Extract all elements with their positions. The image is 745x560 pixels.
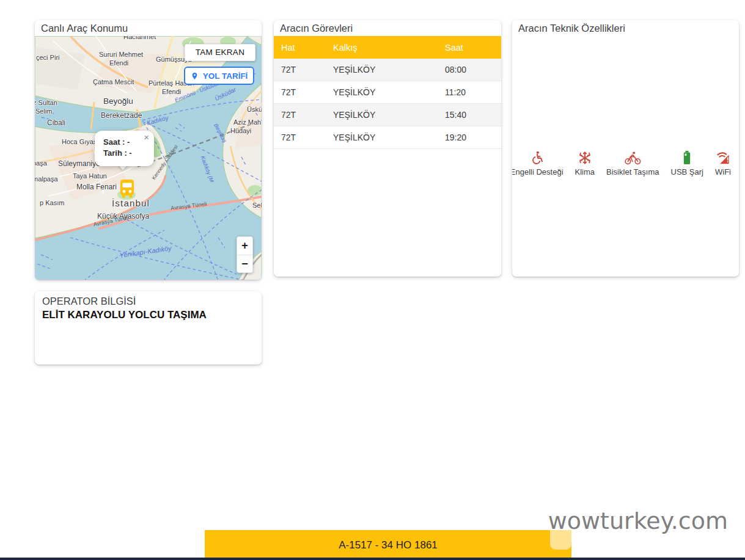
map-place-label: Beyoğlu — [103, 97, 133, 106]
spec-item-ac: Klima — [575, 150, 595, 176]
fullscreen-button[interactable]: TAM EKRAN — [185, 44, 255, 61]
cell-departure: YEŞİLKÖY — [326, 59, 438, 81]
map-zoom-controls: + − — [237, 236, 253, 273]
map-place-label: Selim — [35, 108, 53, 115]
table-row: 72T YEŞİLKÖY 08:00 — [274, 59, 501, 81]
vehicle-plate-bar: A-1517 - 34 HO 1861 — [205, 530, 571, 560]
technical-specs-panel: Aracın Teknik Özellikleri Engelli Desteğ… — [512, 20, 739, 277]
spec-item-bicycle: Bisiklet Taşıma — [606, 150, 659, 176]
directions-button[interactable]: YOL TARİFİ — [184, 67, 254, 85]
wheelchair-icon — [530, 150, 544, 165]
cell-time: 11:20 — [438, 81, 501, 104]
cell-line: 72T — [274, 104, 326, 126]
directions-button-label: YOL TARİFİ — [203, 71, 248, 81]
column-header-hat: Hat — [274, 36, 326, 59]
column-header-kalkis: Kalkış — [326, 36, 438, 59]
spec-label: USB Şarj — [671, 167, 703, 176]
bottom-navy-strip — [0, 558, 745, 560]
battery-icon — [683, 150, 691, 165]
cell-departure: YEŞİLKÖY — [326, 126, 438, 149]
spec-label: WiFi — [715, 167, 731, 176]
map-place-label: paşa — [35, 160, 47, 167]
live-location-panel: Canlı Araç Konumu — [35, 20, 262, 280]
bus-marker-icon[interactable] — [118, 178, 136, 198]
wifi-off-icon — [716, 150, 730, 165]
spec-item-accessibility: Engelli Desteği — [512, 150, 563, 176]
map-place-label: Üsküda — [247, 106, 262, 113]
map-place-label: Sururi Mehmet — [99, 51, 143, 58]
map-place-label: Hacıahmet — [123, 36, 156, 40]
map-place-label: Bereketzade — [101, 112, 142, 119]
cell-line: 72T — [274, 126, 326, 149]
cell-line: 72T — [274, 59, 326, 81]
vehicle-plate-label: A-1517 - 34 HO 1861 — [339, 539, 438, 551]
zoom-out-button[interactable]: − — [237, 255, 253, 273]
cell-time: 15:40 — [438, 104, 501, 126]
map-popup: Saat : - Tarih : - × — [95, 131, 154, 166]
table-row: 72T YEŞİLKÖY 11:20 — [274, 81, 501, 104]
tasks-table: Hat Kalkış Saat 72T YEŞİLKÖY 08:00 72T Y… — [274, 36, 501, 149]
map-place-label: p Kasım — [40, 200, 64, 206]
column-header-saat: Saat — [438, 36, 501, 59]
page: Canlı Araç Konumu — [0, 0, 745, 560]
spec-label: Klima — [575, 167, 595, 176]
panel-title-tasks: Aracın Görevleri — [274, 20, 501, 36]
map-place-label: Çatma Mescit — [93, 79, 134, 85]
tasks-table-header-row: Hat Kalkış Saat — [274, 36, 501, 59]
table-row: 72T YEŞİLKÖY 19:20 — [274, 126, 501, 149]
location-pin-icon — [191, 71, 199, 81]
map-place-label: Süleymaniye — [58, 160, 100, 167]
cell-departure: YEŞİLKÖY — [326, 81, 438, 104]
map-place-label: Efendi — [109, 60, 128, 67]
cell-departure: YEŞİLKÖY — [326, 104, 438, 126]
spec-item-usb: USB Şarj — [671, 150, 703, 176]
map-city-label: İstanbul — [112, 198, 150, 208]
snowflake-icon — [578, 150, 592, 165]
map-place-label: Efendi — [162, 89, 181, 95]
map-place-label: Hüdayi — [230, 128, 251, 134]
operator-name: ELİT KARAYOLU YOLCU TAŞIMA — [35, 307, 262, 321]
map-place-label: Sel — [252, 202, 262, 209]
close-icon[interactable]: × — [144, 132, 149, 143]
map-place-label: Aziz Mahmu — [233, 119, 262, 126]
cell-line: 72T — [274, 81, 326, 104]
map-place-label: z Sultan — [35, 100, 57, 106]
map-place-label: Molla Fenari — [76, 183, 117, 191]
zoom-in-button[interactable]: + — [237, 236, 253, 255]
map-place-label: Cibali — [47, 119, 65, 126]
panel-title-live-location: Canlı Araç Konumu — [35, 20, 262, 36]
spec-label: Bisiklet Taşıma — [606, 167, 659, 176]
operator-info-title: OPERATOR BİLGİSİ — [35, 291, 262, 307]
map-place-label: malpaşa — [35, 176, 58, 183]
table-row: 72T YEŞİLKÖY 15:40 — [274, 104, 501, 126]
popup-date-line: Tarih : - — [103, 148, 154, 159]
spec-label: Engelli Desteği — [512, 167, 563, 176]
plate-bar-corner-accent — [550, 530, 571, 550]
cell-time: 08:00 — [438, 59, 501, 81]
panel-title-specs: Aracın Teknik Özellikleri — [512, 20, 739, 36]
map-place-label: çeci Piri — [36, 54, 60, 61]
vehicle-tasks-panel: Aracın Görevleri Hat Kalkış Saat 72T YEŞ… — [274, 20, 501, 277]
map[interactable]: Hacıahmet çeci Piri Sururi Mehmet Efendi… — [35, 36, 262, 280]
operator-info-panel: OPERATOR BİLGİSİ ELİT KARAYOLU YOLCU TAŞ… — [35, 291, 262, 365]
bicycle-icon — [625, 150, 641, 165]
cell-time: 19:20 — [438, 126, 501, 149]
map-place-label: Taya Hatun — [73, 173, 107, 180]
specs-row: Engelli Desteği Klima — [512, 150, 739, 176]
spec-item-wifi: WiFi — [715, 150, 731, 176]
watermark: wowturkey.com — [548, 507, 728, 534]
